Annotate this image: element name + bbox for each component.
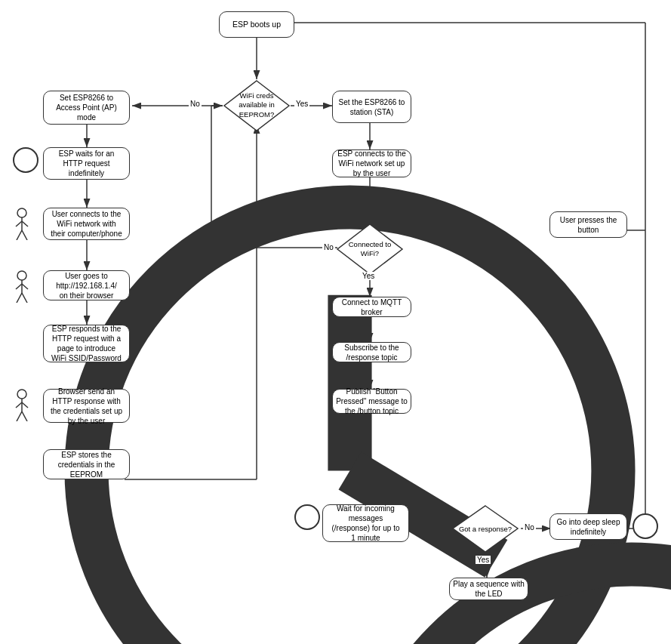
esp-connects-node: ESP connects to theWiFi network set upby… xyxy=(332,149,411,177)
connected-no-label: No xyxy=(322,243,335,251)
got-response-diamond: Got a response? xyxy=(451,504,519,553)
esp-waits-node: ESP waits for anHTTP requestindefinitely xyxy=(43,147,130,180)
svg-line-51 xyxy=(17,411,22,421)
clock-icon-2 xyxy=(294,504,320,530)
connected-yes-label: Yes xyxy=(361,272,376,280)
browser-send-node: Browser send anHTTP response withthe cre… xyxy=(43,389,130,423)
subscribe-node: Subscribe to the/response topic xyxy=(332,342,411,362)
connected-wifi-diamond: Connected toWiFi? xyxy=(336,223,404,276)
svg-line-46 xyxy=(22,293,27,303)
svg-line-45 xyxy=(17,293,22,303)
wifi-creds-label: WiFi credsavailable inEEPROM? xyxy=(230,91,283,119)
deep-sleep-node: Go into deep sleepindefinitely xyxy=(549,513,627,540)
svg-line-39 xyxy=(22,230,27,240)
svg-line-37 xyxy=(22,221,28,226)
svg-line-44 xyxy=(22,284,28,289)
esp-stores-node: ESP stores thecredentials in theEEPROM xyxy=(43,449,130,479)
svg-point-34 xyxy=(17,208,26,217)
got-response-label: Got a response? xyxy=(458,524,512,533)
person-icon-3 xyxy=(11,389,32,421)
clock-icon-3 xyxy=(633,513,658,539)
user-connects-node: User connects to theWiFi network withthe… xyxy=(43,208,130,240)
connect-mqtt-node: Connect to MQTTbroker xyxy=(332,297,411,317)
svg-point-47 xyxy=(17,390,26,399)
connected-wifi-label: Connected toWiFi? xyxy=(343,240,396,259)
svg-line-36 xyxy=(16,221,22,226)
wifi-yes-label: Yes xyxy=(294,100,309,108)
set-sta-node: Set the ESP8266 tostation (STA) xyxy=(332,91,411,123)
user-goes-node: User goes tohttp://192.168.1.4/on their … xyxy=(43,270,130,300)
esp-boots-node: ESP boots up xyxy=(219,11,294,38)
play-sequence-node: Play a sequence withthe LED xyxy=(449,578,528,600)
svg-line-43 xyxy=(16,284,22,289)
publish-node: Publish "ButtonPressed" message tothe /b… xyxy=(332,389,411,414)
got-response-no-label: No xyxy=(523,523,536,532)
esp-responds-node: ESP responds to theHTTP request with apa… xyxy=(43,325,130,362)
wifi-no-label: No xyxy=(189,100,202,108)
flowchart-diagram: ESP boots up WiFi credsavailable inEEPRO… xyxy=(0,0,671,644)
person-icon-2 xyxy=(11,270,32,303)
svg-line-38 xyxy=(17,230,22,240)
set-ap-node: Set ESP8266 toAccess Point (AP)mode xyxy=(43,91,130,125)
clock-icon-1 xyxy=(13,147,38,173)
svg-line-52 xyxy=(22,411,27,421)
svg-line-50 xyxy=(22,402,28,408)
svg-line-49 xyxy=(16,402,22,408)
svg-point-41 xyxy=(17,271,26,280)
person-icon-1 xyxy=(11,208,32,240)
wifi-creds-diamond: WiFi credsavailable inEEPROM? xyxy=(223,79,291,132)
user-presses-node: User presses thebutton xyxy=(549,211,627,238)
got-response-yes-label: Yes xyxy=(476,556,491,564)
wait-messages-node: Wait for incomingmessages(/response) for… xyxy=(322,504,409,542)
